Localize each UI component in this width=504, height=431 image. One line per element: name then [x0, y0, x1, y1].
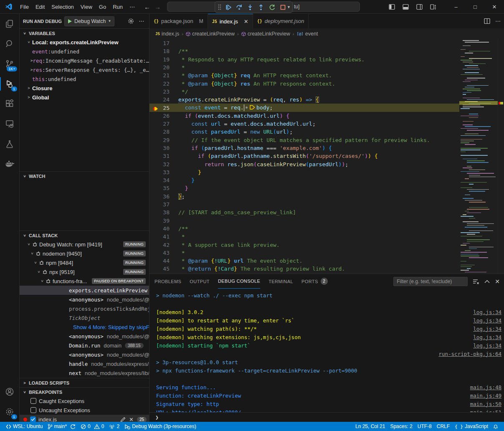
console-source-link[interactable]: log.js:34 [473, 326, 501, 332]
maximize-panel-icon[interactable] [484, 280, 490, 283]
launch-config-picker[interactable]: Debug Watch ▼ [64, 16, 114, 26]
tab-package.json[interactable]: {}package.jsonM [149, 14, 208, 28]
console-source-link[interactable]: log.js:34 [473, 309, 501, 315]
gear-icon[interactable] [127, 17, 135, 25]
status-item-right3[interactable]: CRLF [434, 422, 452, 431]
code-line-36[interactable]: 36}; [149, 193, 459, 200]
code-line-40[interactable]: 40/** [149, 225, 459, 233]
variables-scope-row[interactable]: >Local: exports.createLinkPreview [20, 38, 149, 47]
callstack-session-row[interactable]: >functions-fra...PAUSED ON BREAKPOINT [20, 276, 149, 286]
variable-row[interactable]: event: undefined [20, 47, 149, 56]
activity-manage-icon[interactable]: 1 [0, 402, 20, 422]
breakpoints-header[interactable]: >BREAKPOINTS [20, 387, 149, 396]
variables-header[interactable]: >VARIABLES [20, 28, 149, 38]
code-line-44[interactable]: 44 * @param {!URL} url The event object. [149, 257, 459, 265]
tab-close-icon[interactable]: ✕ [244, 18, 248, 25]
code-line-24[interactable]: 24exports.createLinkPreview = (req, res)… [149, 96, 459, 104]
status-bell-right5[interactable] [491, 422, 501, 431]
activity-source-control-icon[interactable]: 1K+ [0, 54, 20, 74]
console-source-link[interactable]: main.js:48 [470, 384, 501, 390]
callstack-frame-row[interactable]: <anonymous>node_modules/@go... [20, 332, 149, 341]
code-line-17[interactable]: 17 [149, 39, 459, 47]
menu-run[interactable]: Run [109, 2, 126, 12]
code-line-33[interactable]: 33 } [149, 168, 459, 176]
debug-console-input[interactable]: ❯ [149, 412, 504, 422]
code-line-34[interactable]: 34 } [149, 176, 459, 184]
callstack-frame-row[interactable]: Domain.rundomain388:15 [20, 341, 149, 350]
breadcrumb-item[interactable]: [@]event [297, 31, 318, 37]
variable-row[interactable]: this: undefined [20, 74, 149, 84]
activity-accounts-icon[interactable] [0, 382, 20, 402]
close-button[interactable]: ✕ [485, 0, 504, 13]
activity-explorer-icon[interactable] [0, 14, 20, 34]
minimap[interactable] [459, 39, 498, 274]
loaded-scripts-header[interactable]: >LOADED SCRIPTS [20, 378, 149, 387]
status-tower-left3[interactable]: 2 [106, 422, 122, 431]
code-line-29[interactable]: 29 // If the event object URL matches a … [149, 136, 459, 144]
menu-edit[interactable]: Edit [32, 2, 48, 12]
restart-button[interactable] [267, 2, 277, 12]
minimize-button[interactable]: – [446, 0, 466, 13]
activity-remote-explorer-icon[interactable] [0, 114, 20, 134]
menu-view[interactable]: View [77, 2, 96, 12]
editor-more-actions-icon[interactable]: ⋯ [495, 18, 501, 24]
code-line-39[interactable]: 39 [149, 217, 459, 225]
status-error-left2[interactable]: 00 [78, 422, 106, 431]
activity-search-icon[interactable] [0, 34, 20, 54]
start-debug-icon[interactable] [68, 19, 72, 24]
show-more-link[interactable]: Show 4 More: Skipped by skipFiles [20, 322, 149, 332]
status-item-right1[interactable]: Spaces: 2 [387, 422, 415, 431]
breakpoint-file-row[interactable]: index.js✕25 [20, 415, 149, 422]
menu-more[interactable]: ⋯ [126, 2, 138, 12]
status-remote-left0[interactable]: WSL: Ubuntu [3, 422, 45, 431]
menu-selection[interactable]: Selection [48, 2, 77, 12]
breadcrumb-item[interactable]: createLinkPreview [186, 31, 235, 37]
edit-breakpoint-icon[interactable] [120, 417, 126, 422]
callstack-session-row[interactable]: >npx [9519]RUNNING [20, 267, 149, 276]
checkbox-unchecked[interactable] [30, 407, 36, 413]
console-source-link[interactable]: log.js:34 [473, 317, 501, 324]
callstack-frame-row[interactable]: <anonymous>node_modules/@go... [20, 350, 149, 359]
maximize-button[interactable]: □ [466, 0, 485, 13]
console-source-link[interactable]: main.js:51 [470, 409, 501, 413]
close-panel-icon[interactable]: ✕ [495, 278, 500, 285]
stop-button[interactable] [278, 2, 288, 12]
checkbox-checked[interactable] [30, 416, 36, 422]
code-line-25[interactable]: 25 const event = req.body; [149, 104, 459, 112]
code-line-22[interactable]: 22 * @param {Object} res An HTTP respons… [149, 79, 459, 87]
menu-file[interactable]: File [17, 2, 32, 12]
console-source-link[interactable]: run-script-pkg.js:64 [438, 351, 501, 357]
watch-header[interactable]: >WATCH [20, 171, 149, 180]
step-out-button[interactable] [256, 2, 266, 12]
activity-docker-icon[interactable] [0, 154, 20, 174]
console-filter-input[interactable]: Filter (e.g. text, !exclude) [393, 277, 468, 286]
console-source-link[interactable]: main.js:50 [470, 401, 501, 407]
code-line-38[interactable]: 38// [START add_ons_case_preview_link] [149, 208, 459, 216]
panel-tab-terminal[interactable]: TERMINAL [268, 274, 293, 289]
code-line-18[interactable]: 18/** [149, 47, 459, 55]
activity-run-and-debug-icon[interactable]: 1 [0, 74, 20, 94]
call-stack-header[interactable]: >CALL STACK [20, 231, 149, 240]
code-line-28[interactable]: 28 const parsedUrl = new URL(url); [149, 128, 459, 136]
activity-extensions-icon[interactable] [0, 94, 20, 114]
variables-scope-row[interactable]: >Global [20, 93, 149, 102]
callstack-session-row[interactable]: >Debug Watch: npm [9419]RUNNING [20, 240, 149, 249]
tab-deployment.json[interactable]: {}deployment.json [253, 14, 309, 28]
toggle-panel-icon[interactable] [403, 4, 409, 10]
nav-back-icon[interactable]: ← [144, 3, 150, 10]
console-source-link[interactable]: log.js:34 [473, 334, 501, 340]
toggle-sidebar-icon[interactable] [389, 4, 395, 10]
console-source-link[interactable]: main.js:49 [470, 393, 501, 399]
variables-scope-row[interactable]: >Closure [20, 84, 149, 93]
status-item-right0[interactable]: Ln 25, Col 21 [353, 422, 387, 431]
code-line-45[interactable]: 45 * @return {!Card} The resulting previ… [149, 265, 459, 273]
nav-forward-icon[interactable]: → [154, 3, 161, 10]
status-debug-left4[interactable]: Debug Watch (3p-resources) [122, 422, 199, 431]
stop-dropdown-chevron[interactable]: ▼ [287, 5, 291, 9]
panel-tab-ports[interactable]: PORTS2 [301, 274, 328, 289]
callstack-frame-row[interactable]: TickObject [20, 313, 149, 322]
toolbar-grip[interactable] [217, 2, 223, 12]
code-line-31[interactable]: 31 if (parsedUrl.pathname.startsWith('/s… [149, 152, 459, 160]
variable-row[interactable]: >req: IncomingMessage {_readableState:… [20, 56, 149, 65]
split-editor-icon[interactable] [484, 18, 490, 24]
